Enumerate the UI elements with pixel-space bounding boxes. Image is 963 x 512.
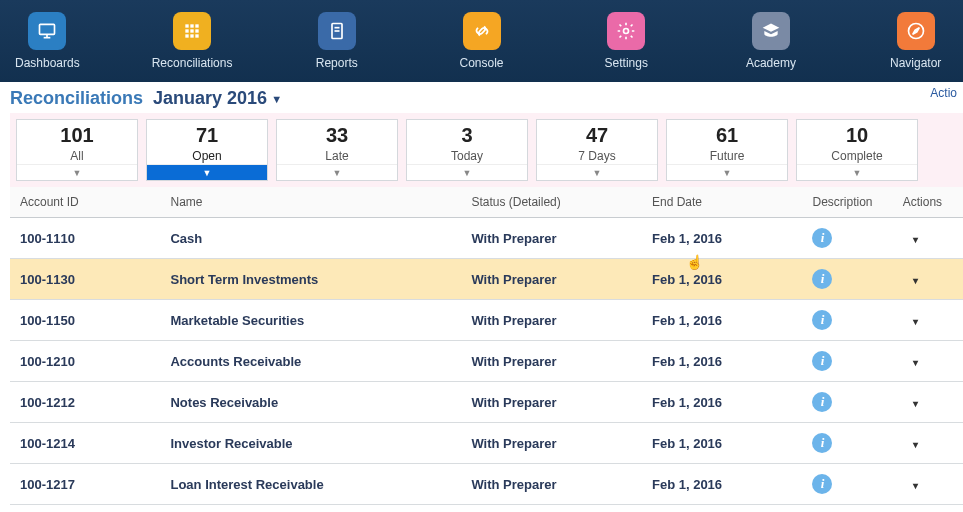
cell-name: Loan Interest Receivable xyxy=(160,464,461,505)
nav-dashboards[interactable]: Dashboards xyxy=(0,12,95,70)
cell-name: Accounts Receivable xyxy=(160,341,461,382)
info-icon[interactable]: i xyxy=(812,269,832,289)
cell-status: With Preparer xyxy=(461,464,642,505)
table-row[interactable]: 100-1210Accounts ReceivableWith Preparer… xyxy=(10,341,963,382)
cell-account-id: 100-1130 xyxy=(10,259,160,300)
col-end-date[interactable]: End Date xyxy=(642,187,803,218)
nav-label: Reports xyxy=(316,56,358,70)
row-actions-menu[interactable]: ▾ xyxy=(903,353,928,372)
row-actions-menu[interactable]: ▾ xyxy=(903,312,928,331)
row-actions-menu[interactable]: ▾ xyxy=(903,271,928,290)
card-label: All xyxy=(17,149,137,163)
table-row[interactable]: 100-1110CashWith PreparerFeb 1, 2016i▾ xyxy=(10,218,963,259)
chevron-down-icon: ▼ xyxy=(853,168,862,178)
row-actions-menu[interactable]: ▾ xyxy=(903,476,928,495)
period-selector[interactable]: January 2016 ▼ xyxy=(153,88,282,109)
page-title: Reconciliations xyxy=(10,88,143,109)
chevron-down-icon: ▼ xyxy=(723,168,732,178)
card-future[interactable]: 61 Future ▼ xyxy=(666,119,788,181)
nav-label: Dashboards xyxy=(15,56,80,70)
card-open[interactable]: 71 Open ▼ xyxy=(146,119,268,181)
card-today[interactable]: 3 Today ▼ xyxy=(406,119,528,181)
card-late[interactable]: 33 Late ▼ xyxy=(276,119,398,181)
card-count: 61 xyxy=(667,124,787,147)
svg-marker-17 xyxy=(912,28,919,35)
cell-account-id: 100-1110 xyxy=(10,218,160,259)
cell-name: Short Term Investments xyxy=(160,259,461,300)
info-icon[interactable]: i xyxy=(812,392,832,412)
cell-end-date: Feb 1, 2016 xyxy=(642,259,803,300)
card-label: Future xyxy=(667,149,787,163)
card-label: Late xyxy=(277,149,397,163)
cell-name: Marketable Securities xyxy=(160,300,461,341)
col-status[interactable]: Status (Detailed) xyxy=(461,187,642,218)
cell-end-date: Feb 1, 2016 xyxy=(642,300,803,341)
filter-cards: 101 All ▼ 71 Open ▼ 33 Late ▼ 3 Today ▼ xyxy=(10,113,963,187)
cell-account-id: 100-1214 xyxy=(10,423,160,464)
console-icon xyxy=(463,12,501,50)
col-name[interactable]: Name xyxy=(160,187,461,218)
row-actions-menu[interactable]: ▾ xyxy=(903,230,928,249)
academy-icon xyxy=(752,12,790,50)
settings-icon xyxy=(607,12,645,50)
col-account-id[interactable]: Account ID xyxy=(10,187,160,218)
svg-rect-6 xyxy=(185,29,188,32)
nav-settings[interactable]: Settings xyxy=(579,12,674,70)
chevron-down-icon: ▼ xyxy=(593,168,602,178)
nav-console[interactable]: Console xyxy=(434,12,529,70)
cell-name: Notes Receivable xyxy=(160,382,461,423)
top-nav: Dashboards Reconciliations Reports Conso… xyxy=(0,0,963,82)
card-complete[interactable]: 10 Complete ▼ xyxy=(796,119,918,181)
cell-account-id: 100-1150 xyxy=(10,300,160,341)
cell-end-date: Feb 1, 2016 xyxy=(642,382,803,423)
card-count: 71 xyxy=(147,124,267,147)
svg-rect-9 xyxy=(185,34,188,37)
card-count: 33 xyxy=(277,124,397,147)
row-actions-menu[interactable]: ▾ xyxy=(903,435,928,454)
chevron-down-icon: ▼ xyxy=(333,168,342,178)
table-row[interactable]: 100-1214Investor ReceivableWith Preparer… xyxy=(10,423,963,464)
cell-status: With Preparer xyxy=(461,341,642,382)
chevron-down-icon: ▼ xyxy=(463,168,472,178)
cell-account-id: 100-1210 xyxy=(10,341,160,382)
nav-reports[interactable]: Reports xyxy=(289,12,384,70)
nav-reconciliations[interactable]: Reconciliations xyxy=(145,12,240,70)
row-actions-menu[interactable]: ▾ xyxy=(903,394,928,413)
chevron-down-icon: ▼ xyxy=(73,168,82,178)
table-row[interactable]: 100-1150Marketable SecuritiesWith Prepar… xyxy=(10,300,963,341)
table-row[interactable]: 100-1212Notes ReceivableWith PreparerFeb… xyxy=(10,382,963,423)
table-row[interactable]: 100-1217Loan Interest ReceivableWith Pre… xyxy=(10,464,963,505)
info-icon[interactable]: i xyxy=(812,310,832,330)
card-7days[interactable]: 47 7 Days ▼ xyxy=(536,119,658,181)
reconciliations-icon xyxy=(173,12,211,50)
nav-academy[interactable]: Academy xyxy=(724,12,819,70)
reports-icon xyxy=(318,12,356,50)
info-icon[interactable]: i xyxy=(812,228,832,248)
card-count: 10 xyxy=(797,124,917,147)
table-row[interactable]: 100-1130Short Term InvestmentsWith Prepa… xyxy=(10,259,963,300)
chevron-down-icon: ▼ xyxy=(203,168,212,178)
svg-rect-11 xyxy=(195,34,198,37)
svg-rect-4 xyxy=(190,24,193,27)
caret-down-icon: ▼ xyxy=(271,93,282,105)
svg-rect-3 xyxy=(185,24,188,27)
card-count: 3 xyxy=(407,124,527,147)
col-actions[interactable]: Actions xyxy=(893,187,963,218)
svg-rect-0 xyxy=(40,24,55,34)
card-label: Today xyxy=(407,149,527,163)
svg-rect-5 xyxy=(195,24,198,27)
svg-rect-7 xyxy=(190,29,193,32)
cell-account-id: 100-1212 xyxy=(10,382,160,423)
nav-label: Navigator xyxy=(890,56,941,70)
card-all[interactable]: 101 All ▼ xyxy=(16,119,138,181)
info-icon[interactable]: i xyxy=(812,351,832,371)
svg-rect-8 xyxy=(195,29,198,32)
info-icon[interactable]: i xyxy=(812,433,832,453)
svg-point-15 xyxy=(624,29,629,34)
nav-navigator[interactable]: Navigator xyxy=(868,12,963,70)
cell-status: With Preparer xyxy=(461,300,642,341)
col-description[interactable]: Description xyxy=(802,187,892,218)
period-label: January 2016 xyxy=(153,88,267,109)
info-icon[interactable]: i xyxy=(812,474,832,494)
actions-link[interactable]: Actio xyxy=(930,86,957,100)
